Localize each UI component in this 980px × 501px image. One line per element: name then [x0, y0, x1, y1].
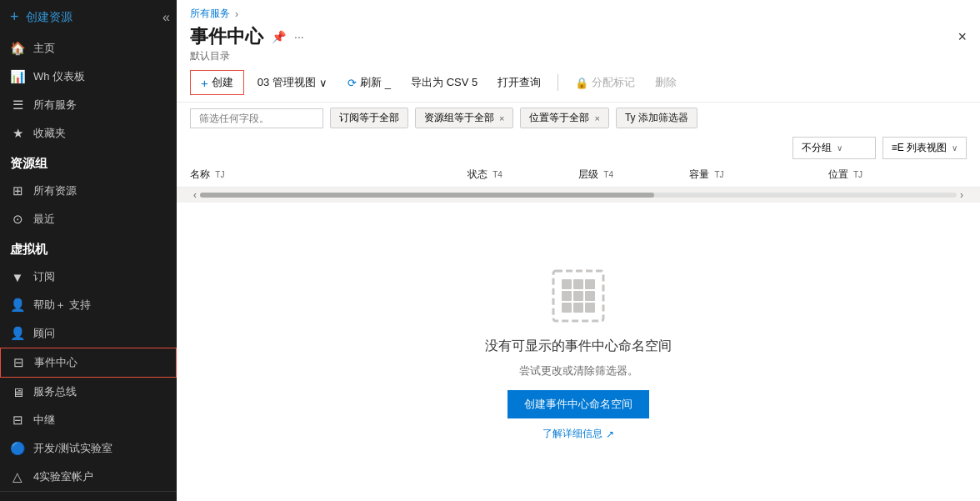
view-dropdown[interactable]: ≡E 列表视图 ∨	[882, 137, 967, 159]
filter-input[interactable]	[190, 108, 323, 128]
assign-tag-button[interactable]: 🔒 分配标记	[568, 71, 642, 94]
refresh-button[interactable]: ⟳ 刷新 _	[341, 71, 398, 94]
open-query-button[interactable]: 打开查询	[491, 71, 548, 94]
filter-tag-location-close[interactable]: ×	[594, 113, 599, 123]
sidebar-item-service-bus[interactable]: 🖥 服务总线	[0, 378, 177, 406]
sidebar-item-advisor[interactable]: 👤 顾问	[0, 319, 177, 348]
export-csv-button[interactable]: 导出为 CSV 5	[404, 71, 484, 94]
filter-tag-resource-group-label: 资源组等于全部	[424, 111, 494, 125]
sidebar-item-favorites[interactable]: ★ 收藏夹	[0, 119, 177, 148]
sidebar-item-dev-lab[interactable]: 🔵 开发/测试实验室	[0, 434, 177, 463]
more-options-icon[interactable]: ···	[294, 30, 304, 43]
view-label: ≡E 列表视图	[892, 141, 947, 155]
sidebar-label-subscription: 订阅	[33, 269, 55, 284]
breadcrumb-all-services[interactable]: 所有服务	[190, 7, 230, 21]
page-title: 事件中心	[190, 24, 263, 49]
sidebar-item-home[interactable]: 🏠 主页	[0, 34, 177, 63]
filter-tag-resource-group-close[interactable]: ×	[499, 113, 504, 123]
empty-title: 没有可显示的事件中心命名空间	[485, 338, 672, 355]
sidebar-label-event-hub: 事件中心	[34, 355, 78, 370]
filter-tag-subscription[interactable]: 订阅等于全部	[330, 108, 408, 128]
scroll-bar-row: ‹ ›	[177, 188, 980, 203]
sidebar-label-all-services: 所有服务	[33, 98, 77, 113]
service-bus-icon: 🖥	[10, 385, 25, 399]
add-filter-button[interactable]: Ty 添加筛选器	[616, 108, 698, 128]
col-capacity-sort: TJ	[714, 170, 723, 179]
group-by-dropdown[interactable]: 不分组 ∨	[792, 137, 876, 159]
filter-tag-subscription-label: 订阅等于全部	[339, 111, 399, 125]
sidebar-label-service-bus: 服务总线	[33, 384, 77, 399]
page-subtitle: 默认目录	[177, 49, 980, 63]
relay-icon: ⊟	[10, 413, 25, 428]
sidebar-item-help[interactable]: 👤 帮助＋ 支持	[0, 291, 177, 319]
all-services-icon: ☰	[10, 98, 25, 113]
favorites-icon: ★	[10, 126, 25, 141]
col-header-name[interactable]: 名称 TJ	[190, 168, 468, 182]
sidebar-label-lab-account: 4实验室帐户	[33, 469, 93, 484]
sidebar-item-all-services[interactable]: ☰ 所有服务	[0, 91, 177, 119]
recent-icon: ⊙	[10, 212, 25, 227]
create-button[interactable]: + 创建	[190, 70, 244, 95]
breadcrumb-separator: ›	[235, 8, 238, 20]
filter-tag-resource-group[interactable]: 资源组等于全部 ×	[415, 108, 513, 128]
advisor-icon: 👤	[10, 326, 25, 341]
refresh-icon: ⟳	[348, 77, 357, 89]
sidebar-item-azure-ad[interactable]: Azure Active Directory	[0, 492, 177, 501]
sidebar-item-relay[interactable]: ⊟ 中继	[0, 406, 177, 434]
sidebar-item-all-resources[interactable]: ⊞ 所有资源	[0, 177, 177, 205]
export-csv-label: 导出为 CSV 5	[411, 75, 478, 90]
sidebar-label-dashboard: Wh 仪表板	[33, 69, 85, 84]
create-resource-label: 创建资源	[26, 10, 72, 25]
sidebar-label-advisor: 顾问	[33, 326, 55, 341]
open-query-label: 打开查询	[498, 75, 541, 90]
col-header-capacity[interactable]: 容量 TJ	[689, 168, 828, 182]
empty-state-icon	[545, 263, 612, 329]
col-header-status[interactable]: 状态 T4	[468, 168, 578, 182]
sidebar-item-subscription[interactable]: ▼ 订阅	[0, 263, 177, 291]
manage-view-button[interactable]: 03 管理视图 ∨	[251, 71, 334, 94]
empty-state: 没有可显示的事件中心命名空间 尝试更改或清除筛选器。 创建事件中心命名空间 了解…	[177, 203, 980, 501]
sidebar-create-resource[interactable]: + 创建资源	[0, 0, 177, 34]
sidebar-item-lab-account[interactable]: △ 4实验室帐户	[0, 463, 177, 491]
col-location-label: 位置	[828, 168, 848, 180]
sidebar-label-home: 主页	[33, 41, 55, 56]
create-label: 创建	[212, 75, 233, 90]
create-namespace-button[interactable]: 创建事件中心命名空间	[508, 390, 649, 418]
filter-tag-location[interactable]: 位置等于全部 ×	[520, 108, 608, 128]
scroll-bar-track[interactable]	[200, 193, 957, 198]
dashboard-icon: 📊	[10, 69, 25, 84]
svg-rect-11	[585, 303, 595, 313]
sidebar-item-event-hub[interactable]: ⊟ 事件中心	[0, 348, 177, 378]
col-status-label: 状态	[468, 168, 488, 180]
scroll-right-arrow[interactable]: ›	[957, 189, 967, 201]
manage-view-label: 03 管理视图	[258, 75, 316, 90]
sidebar-item-recent[interactable]: ⊙ 最近	[0, 205, 177, 233]
help-icon: 👤	[10, 298, 25, 313]
learn-more-link[interactable]: 了解详细信息 ↗	[542, 427, 614, 441]
sidebar-label-recent: 最近	[33, 212, 55, 227]
create-plus-icon: +	[201, 76, 208, 90]
col-header-tier[interactable]: 层级 T4	[578, 168, 689, 182]
home-icon: 🏠	[10, 41, 25, 56]
sidebar-item-dashboard[interactable]: 📊 Wh 仪表板	[0, 63, 177, 91]
scroll-left-arrow[interactable]: ‹	[190, 189, 200, 201]
close-button[interactable]: ×	[958, 28, 967, 46]
col-capacity-label: 容量	[689, 168, 709, 180]
breadcrumb: 所有服务 ›	[177, 0, 980, 21]
pin-icon[interactable]: 📌	[272, 30, 286, 43]
sidebar-label-all-resources: 所有资源	[33, 183, 77, 198]
sidebar-collapse-button[interactable]: «	[156, 7, 177, 28]
svg-rect-3	[562, 279, 572, 289]
scroll-bar-thumb	[200, 193, 654, 198]
external-link-icon: ↗	[606, 428, 614, 440]
lab-account-icon: △	[10, 469, 25, 484]
lock-icon: 🔒	[575, 77, 588, 89]
col-name-label: 名称	[190, 168, 210, 180]
page-header-left: 事件中心 📌 ···	[190, 24, 304, 49]
sidebar-label-favorites: 收藏夹	[33, 126, 66, 141]
toolbar: + 创建 03 管理视图 ∨ ⟳ 刷新 _ 导出为 CSV 5 打开查询 🔒 分…	[177, 63, 980, 103]
delete-button[interactable]: 删除	[648, 71, 683, 94]
add-filter-label: Ty 添加筛选器	[625, 111, 688, 125]
svg-rect-6	[562, 291, 572, 301]
col-header-location[interactable]: 位置 TJ	[828, 168, 967, 182]
